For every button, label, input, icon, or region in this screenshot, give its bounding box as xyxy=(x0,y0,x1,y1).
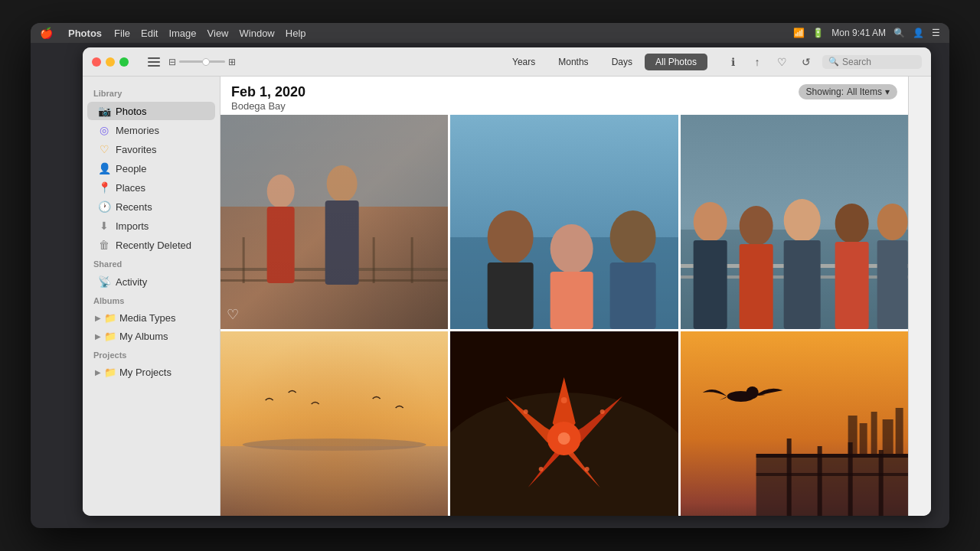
svg-rect-20 xyxy=(488,262,534,329)
menu-item-edit[interactable]: Edit xyxy=(141,28,158,39)
traffic-lights xyxy=(92,57,129,67)
rotate-button[interactable]: ↺ xyxy=(796,54,816,70)
search-input[interactable] xyxy=(842,57,916,67)
svg-rect-67 xyxy=(882,419,893,454)
menu-item-view[interactable]: View xyxy=(207,28,229,39)
svg-rect-55 xyxy=(756,454,908,516)
sidebar-expand-my-projects[interactable]: ▶ 📁 My Projects xyxy=(87,364,215,381)
svg-rect-6 xyxy=(243,237,245,283)
sidebar-item-photos-label: Photos xyxy=(116,106,146,117)
expand-icon-2: 📁 xyxy=(104,331,116,342)
menu-items: File Edit Image View Window Help xyxy=(114,28,305,39)
menu-item-help[interactable]: Help xyxy=(286,28,306,39)
photo-grid: ♡ xyxy=(220,77,908,516)
photos-window: ⊟ ⊞ Years Months Days All Photos ℹ ↑ ♡ xyxy=(83,47,931,516)
menu-extra-icon[interactable]: ☰ xyxy=(932,28,940,38)
share-button[interactable]: ↑ xyxy=(747,54,767,70)
sidebar-item-activity-label: Activity xyxy=(116,276,147,288)
svg-rect-56 xyxy=(786,439,791,516)
expand-icon: 📁 xyxy=(104,312,116,324)
search-box[interactable]: 🔍 xyxy=(822,55,922,69)
svg-point-31 xyxy=(877,204,907,240)
menu-item-photos[interactable]: Photos xyxy=(68,28,102,39)
photo-cell-4[interactable] xyxy=(220,331,448,516)
showing-label: Showing: xyxy=(806,86,844,97)
menu-item-window[interactable]: Window xyxy=(240,28,275,39)
minimize-button[interactable] xyxy=(106,57,115,67)
search-icon[interactable]: 🔍 xyxy=(893,28,905,38)
svg-rect-65 xyxy=(859,423,867,454)
info-button[interactable]: ℹ xyxy=(723,54,743,70)
recently-deleted-icon: 🗑 xyxy=(98,239,110,251)
photo-cell-5[interactable] xyxy=(450,331,678,516)
sidebar-item-memories[interactable]: ◎ Memories xyxy=(87,121,215,139)
sidebar-item-places[interactable]: 📍 Places xyxy=(87,178,215,197)
sidebar-item-people-label: People xyxy=(116,163,146,174)
toggle-sidebar-button[interactable] xyxy=(144,54,164,70)
showing-badge[interactable]: Showing: All Items ▾ xyxy=(799,84,897,99)
heart-icon[interactable]: ♡ xyxy=(227,306,239,323)
clock: Mon 9:41 AM xyxy=(831,28,886,38)
zoom-max-icon: ⊞ xyxy=(228,57,236,67)
svg-rect-38 xyxy=(220,446,448,516)
svg-rect-1 xyxy=(148,61,160,63)
favorite-button[interactable]: ♡ xyxy=(772,54,792,70)
sidebar-item-people[interactable]: 👤 People xyxy=(87,159,215,178)
sidebar-item-recents[interactable]: 🕐 Recents xyxy=(87,197,215,216)
menu-bar: 🍎 Photos File Edit Image View Window Hel… xyxy=(31,23,949,43)
svg-rect-64 xyxy=(848,416,857,454)
sidebar-item-photos[interactable]: 📷 Photos xyxy=(87,102,215,120)
svg-rect-33 xyxy=(739,244,773,329)
albums-section-label: Albums xyxy=(83,292,220,308)
svg-point-53 xyxy=(558,432,570,445)
svg-point-27 xyxy=(693,202,727,242)
svg-point-51 xyxy=(539,467,544,471)
svg-point-30 xyxy=(835,204,868,243)
showing-value: All Items xyxy=(847,86,882,97)
svg-rect-21 xyxy=(550,272,593,329)
svg-rect-4 xyxy=(220,268,448,271)
photo-cell-1[interactable]: ♡ xyxy=(220,115,448,329)
maximize-button[interactable] xyxy=(119,57,129,67)
zoom-min-icon: ⊟ xyxy=(168,57,176,67)
toolbar-icons: ℹ ↑ ♡ ↺ xyxy=(723,54,816,70)
expand-arrow-icon-3: ▶ xyxy=(95,368,101,377)
apple-logo-icon[interactable]: 🍎 xyxy=(40,27,53,39)
tab-days[interactable]: Days xyxy=(601,54,643,70)
menu-item-file[interactable]: File xyxy=(114,28,130,39)
sidebar-item-recently-deleted[interactable]: 🗑 Recently Deleted xyxy=(87,236,215,254)
svg-rect-37 xyxy=(220,331,448,516)
sidebar-expand-media-types[interactable]: ▶ 📁 Media Types xyxy=(87,309,215,327)
sidebar-item-recents-label: Recents xyxy=(116,201,152,213)
menu-item-image[interactable]: Image xyxy=(168,28,196,39)
imports-icon: ⬇ xyxy=(98,220,110,232)
photo-date-header: Feb 1, 2020 Bodega Bay xyxy=(220,77,316,115)
tab-all-photos[interactable]: All Photos xyxy=(645,54,707,70)
photo-cell-2[interactable] xyxy=(450,115,678,329)
svg-point-28 xyxy=(739,206,773,246)
svg-rect-32 xyxy=(693,240,727,329)
photo-location: Bodega Bay xyxy=(231,100,305,112)
shared-section-label: Shared xyxy=(83,255,220,272)
svg-point-29 xyxy=(783,199,820,242)
user-icon[interactable]: 👤 xyxy=(913,28,924,38)
tab-months[interactable]: Months xyxy=(547,54,599,70)
photos-icon: 📷 xyxy=(98,105,110,117)
menu-bar-right: 📶 🔋 Mon 9:41 AM 🔍 👤 ☰ xyxy=(793,28,940,38)
sidebar-item-imports[interactable]: ⬇ Imports xyxy=(87,217,215,235)
sidebar-item-imports-label: Imports xyxy=(116,220,149,232)
sidebar-item-favorites[interactable]: ♡ Favorites xyxy=(87,140,215,158)
svg-rect-36 xyxy=(877,240,907,329)
sidebar-expand-my-albums[interactable]: ▶ 📁 My Albums xyxy=(87,328,215,345)
svg-rect-8 xyxy=(373,237,375,283)
close-button[interactable] xyxy=(92,57,101,67)
zoom-slider[interactable]: ⊟ ⊞ xyxy=(168,57,236,67)
tab-years[interactable]: Years xyxy=(501,54,546,70)
photo-cell-6[interactable] xyxy=(681,331,908,516)
svg-point-63 xyxy=(746,386,758,399)
svg-rect-60 xyxy=(756,454,908,458)
photo-cell-3[interactable] xyxy=(681,115,908,329)
sidebar-item-activity[interactable]: 📡 Activity xyxy=(87,272,215,291)
title-bar: ⊟ ⊞ Years Months Days All Photos ℹ ↑ ♡ xyxy=(83,47,931,77)
people-icon: 👤 xyxy=(98,162,110,174)
